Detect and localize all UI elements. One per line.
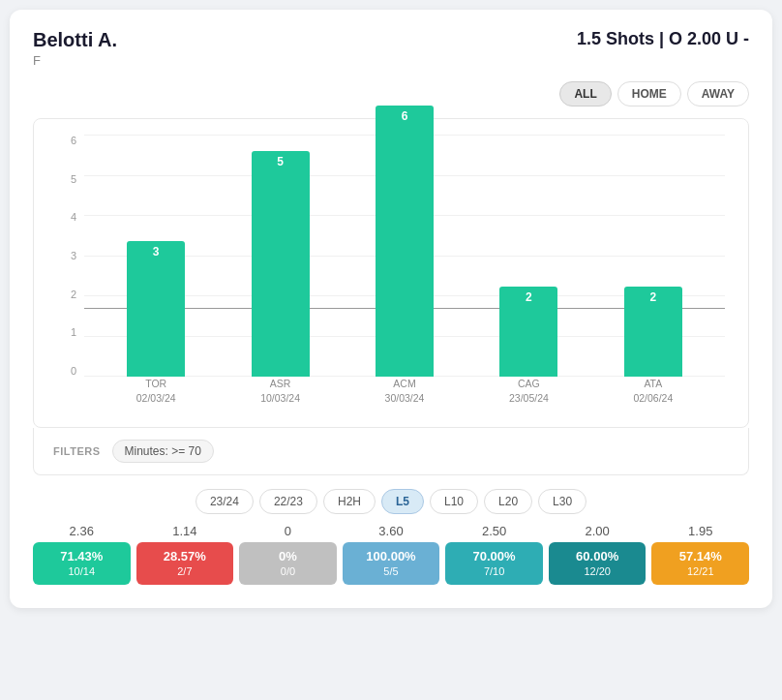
bar-asr-label: 5 [277, 151, 284, 168]
main-card: Belotti A. F 1.5 Shots | O 2.00 U - ALL … [10, 10, 772, 608]
stat-record-l20: 12/20 [584, 565, 611, 577]
player-info: Belotti A. F [33, 29, 117, 68]
filters-section: FILTERS Minutes: >= 70 [33, 428, 749, 475]
stat-record-h2h: 0/0 [281, 565, 295, 577]
stat-avg-2324: 2.36 [70, 524, 94, 538]
stats-tab-2324[interactable]: 23/24 [196, 489, 254, 514]
stat-badge-l5: 100.00%5/5 [343, 542, 440, 585]
stat-badge-l20: 60.00%12/20 [549, 542, 647, 585]
stat-col-l10: 2.50 70.00%7/10 [445, 524, 543, 585]
stat-record-2223: 2/7 [177, 565, 192, 577]
y-label-3: 3 [71, 250, 76, 261]
y-axis: 6 5 4 3 2 1 0 [57, 135, 84, 415]
x-label-ata: ATA02/06/24 [591, 377, 715, 405]
stats-tab-h2h[interactable]: H2H [323, 489, 376, 514]
stat-col-l30: 1.95 57.14%12/21 [651, 524, 749, 585]
stat-badge-l30: 57.14%12/21 [651, 542, 749, 585]
stat-record-2324: 10/14 [69, 565, 96, 577]
stat-record-l30: 12/21 [687, 565, 714, 577]
filter-tabs: ALL HOME AWAY [33, 81, 749, 107]
tab-away[interactable]: AWAY [687, 81, 749, 107]
stats-tab-l10[interactable]: L10 [430, 489, 478, 514]
stat-badge-2324: 71.43%10/14 [33, 542, 131, 585]
stats-section: 23/24 22/23 H2H L5 L10 L20 L30 2.36 71.4… [33, 489, 749, 585]
y-label-1: 1 [71, 326, 76, 338]
y-label-4: 4 [71, 211, 76, 223]
player-name: Belotti A. [33, 29, 117, 51]
stat-col-2223: 1.14 28.57%2/7 [136, 524, 234, 585]
filter-chip-minutes[interactable]: Minutes: >= 70 [112, 440, 214, 463]
bar-cag-label: 2 [526, 287, 532, 304]
tab-all[interactable]: ALL [559, 81, 611, 107]
y-label-6: 6 [71, 135, 76, 146]
bar-acm-fill: 6 [376, 106, 434, 377]
bar-tor-fill: 3 [127, 241, 185, 377]
bar-ata-fill: 2 [624, 287, 682, 377]
x-label-cag: CAG23/05/24 [466, 377, 590, 405]
stat-col-2324: 2.36 71.43%10/14 [33, 524, 131, 585]
bar-acm-label: 6 [402, 106, 408, 123]
stats-tab-l30[interactable]: L30 [538, 489, 586, 514]
bar-cag-fill: 2 [499, 287, 557, 377]
player-position: F [33, 53, 117, 68]
y-label-2: 2 [71, 289, 76, 300]
y-label-0: 0 [71, 365, 76, 377]
stat-avg-h2h: 0 [285, 524, 291, 538]
stat-avg-l30: 1.95 [688, 524, 712, 538]
header: Belotti A. F 1.5 Shots | O 2.00 U - [33, 29, 749, 68]
stats-tab-l5[interactable]: L5 [381, 489, 424, 514]
stat-col-l20: 2.00 60.00%12/20 [549, 524, 647, 585]
filters-label: FILTERS [53, 445, 101, 457]
stats-data: 2.36 71.43%10/14 1.14 28.57%2/7 0 0%0/0 [33, 524, 749, 585]
stat-col-h2h: 0 0%0/0 [239, 524, 337, 585]
chart-plot: 3 5 [84, 135, 725, 415]
stats-tabs: 23/24 22/23 H2H L5 L10 L20 L30 [33, 489, 749, 514]
tab-home[interactable]: HOME [617, 81, 681, 107]
chart-inner: 6 5 4 3 2 1 0 [57, 135, 725, 415]
x-labels: TOR02/03/24 ASR10/03/24 ACM30/03/24 CAG2… [84, 377, 725, 415]
stat-badge-l10: 70.00%7/10 [445, 542, 543, 585]
chart-container: 6 5 4 3 2 1 0 [33, 118, 749, 428]
bar-tor-label: 3 [153, 241, 160, 259]
x-label-asr: ASR10/03/24 [218, 377, 342, 405]
stat-badge-h2h: 0%0/0 [239, 542, 337, 585]
stat-avg-2223: 1.14 [172, 524, 196, 538]
bar-cag: 2 [466, 287, 590, 377]
bet-info: 1.5 Shots | O 2.00 U - [577, 29, 749, 49]
x-label-tor: TOR02/03/24 [94, 377, 218, 405]
stat-avg-l5: 3.60 [378, 524, 403, 538]
stat-avg-l20: 2.00 [586, 524, 610, 538]
stats-tab-2223[interactable]: 22/23 [259, 489, 317, 514]
stat-record-l10: 7/10 [484, 565, 504, 577]
stat-avg-l10: 2.50 [482, 524, 506, 538]
bar-acm: 6 [343, 106, 466, 377]
bars-row: 3 5 [84, 135, 725, 377]
bar-ata: 2 [591, 287, 715, 377]
stats-tab-l20[interactable]: L20 [484, 489, 532, 514]
y-label-5: 5 [71, 173, 76, 185]
bar-asr-fill: 5 [252, 151, 310, 377]
x-label-acm: ACM30/03/24 [343, 377, 466, 405]
bar-asr: 5 [218, 151, 342, 377]
bar-ata-label: 2 [649, 287, 656, 304]
stat-badge-2223: 28.57%2/7 [136, 542, 234, 585]
stat-record-l5: 5/5 [383, 565, 398, 577]
stat-col-l5: 3.60 100.00%5/5 [343, 524, 440, 585]
bar-tor: 3 [94, 241, 218, 377]
